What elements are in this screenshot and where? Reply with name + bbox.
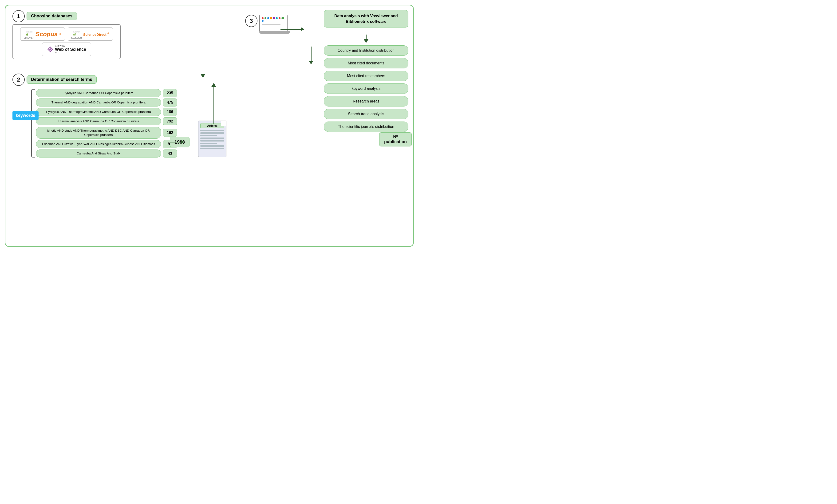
kw-text-3: Pyrolysis AND Thermogravimetric AND Carn… — [36, 108, 161, 116]
right-panel: Data analysis with Vosviewer and Bibliom… — [324, 10, 408, 134]
data-analysis-box: Data analysis with Vosviewer and Bibliom… — [324, 10, 408, 28]
sciencedirect-db: ELSEVIER 🌿 ELSEVIER ScienceDirect ® — [68, 28, 113, 41]
doc-paper: Articles — [198, 121, 227, 157]
screen-visualization — [261, 16, 286, 27]
elsevier-logo-1: ELSEVIER 🌿 — [25, 29, 33, 37]
kw-num-3: 186 — [163, 108, 177, 116]
step1-label: Choosing databases — [26, 12, 77, 20]
kw-row-6: Friedman AND Ozawa-Flynn-Wall AND Kissin… — [36, 140, 177, 148]
analysis-item-3: keyword analysis — [324, 84, 408, 94]
kw-row-5: kinetic AND study AND Thermogravimetric … — [36, 127, 177, 139]
laptop-to-panel-arrow — [309, 47, 314, 65]
kw-text-5: kinetic AND study AND Thermogravimetric … — [36, 127, 161, 139]
total-section: 1983 — [170, 142, 184, 142]
laptop-to-analysis-arrow — [281, 29, 304, 30]
kw-text-1: Pyrolysis AND Carnauba OR Copernicia pru… — [36, 89, 161, 97]
databases-box: ELSEVIER 🌿 ELSEVIER Scopus ® ELSEVIER — [13, 24, 121, 59]
elsevier-logo-2: ELSEVIER 🌿 — [73, 29, 80, 37]
section1: 1 Choosing databases ELSEVIER 🌿 ELSEVIER — [13, 10, 125, 24]
analysis-item-0: Country and Institution distribution — [324, 46, 408, 56]
step1-circle: 1 — [13, 10, 25, 22]
wos-db: Clarivate Web of Science ™ — [42, 42, 91, 56]
kw-row-3: Pyrolysis AND Thermogravimetric AND Carn… — [36, 108, 177, 116]
step3-circle: 3 — [245, 15, 257, 27]
analysis-item-5: Search trend analysis — [324, 109, 408, 119]
section3: 3 — [245, 15, 292, 34]
kw-row-1: Pyrolysis AND Carnauba OR Copernicia pru… — [36, 89, 177, 97]
doc-fold — [221, 121, 226, 126]
kw-num-5: 162 — [163, 129, 177, 137]
keywords-label: keywords — [13, 111, 39, 120]
kw-num-1: 235 — [163, 89, 177, 97]
analysis-item-6: The scientific journals distribuition — [324, 122, 408, 132]
kw-text-2: Thermal AND degradation AND Carnauba OR … — [36, 98, 161, 107]
step2-label: Determination of search terms — [26, 75, 96, 84]
svg-text:ELSEVIER: ELSEVIER — [73, 31, 80, 33]
kw-num-2: 475 — [163, 98, 177, 107]
svg-text:🌿: 🌿 — [73, 33, 76, 36]
sd-text: ScienceDirect — [83, 33, 106, 36]
scopus-db: ELSEVIER 🌿 ELSEVIER Scopus ® — [20, 28, 65, 41]
clarivate-icon — [47, 46, 54, 53]
step2-circle: 2 — [13, 74, 25, 86]
wos-label: Web of Science — [55, 47, 86, 52]
section2: 2 Determination of search terms keywords… — [13, 74, 177, 158]
kw-text-6: Friedman AND Ozawa-Flynn-Wall AND Kissin… — [36, 140, 161, 148]
analysis-arrow-down — [324, 35, 408, 43]
left-bracket — [31, 89, 35, 158]
kw-text-4: Thermal analysis AND Carnauba OR Coperni… — [36, 117, 161, 125]
pub-arrow-down — [200, 67, 205, 78]
total-arrow — [170, 142, 184, 142]
keyword-bracket-area: Pyrolysis AND Carnauba OR Copernicia pru… — [31, 89, 177, 158]
main-container: 1 Choosing databases ELSEVIER 🌿 ELSEVIER — [5, 5, 414, 247]
articles-to-laptop-arrow — [211, 83, 216, 124]
keyword-rows: Pyrolysis AND Carnauba OR Copernicia pru… — [36, 89, 177, 158]
db-row-1: ELSEVIER 🌿 ELSEVIER Scopus ® ELSEVIER — [20, 28, 113, 41]
kw-row-4: Thermal analysis AND Carnauba OR Coperni… — [36, 117, 177, 125]
analysis-item-2: Most cited researchers — [324, 71, 408, 81]
scopus-text: Scopus — [36, 31, 58, 38]
kw-text-7: Carnauba And Straw And Stalk — [36, 149, 161, 158]
kw-row-2: Thermal AND degradation AND Carnauba OR … — [36, 98, 177, 107]
no-pub-section: Nº publication — [200, 67, 205, 78]
clarivate-label: Clarivate — [55, 44, 86, 47]
step2-header: 2 Determination of search terms — [13, 74, 177, 87]
articles-document: Articles — [198, 121, 227, 157]
kw-num-4: 792 — [163, 117, 177, 125]
laptop-base — [259, 31, 290, 34]
kw-num-7: 43 — [163, 149, 177, 158]
analysis-item-1: Most cited documents — [324, 58, 408, 68]
svg-text:🌿: 🌿 — [25, 33, 29, 36]
laptop-icon — [259, 15, 292, 34]
kw-row-7: Carnauba And Straw And Stalk 43 — [36, 149, 177, 158]
svg-text:ELSEVIER: ELSEVIER — [25, 31, 33, 33]
analysis-item-4: Research areas — [324, 96, 408, 107]
no-pub-box: Nº publication — [379, 132, 412, 146]
